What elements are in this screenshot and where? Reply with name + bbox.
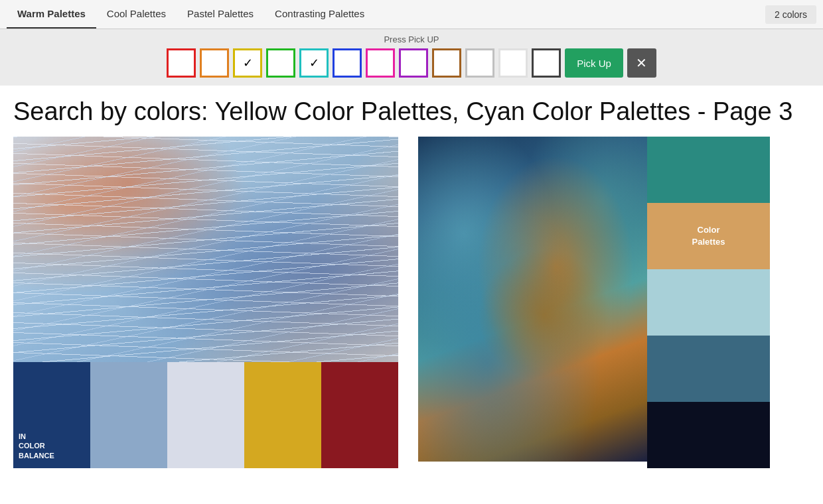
- swatch-yellow[interactable]: ✓: [233, 48, 262, 78]
- pick-up-button[interactable]: Pick Up: [565, 48, 623, 78]
- swatch-pink[interactable]: [366, 48, 395, 78]
- color-strip-dark-red: [321, 362, 398, 468]
- color-strip-light-cyan: [647, 269, 770, 336]
- swatch-dark-gray[interactable]: [532, 48, 561, 78]
- navigation-tabs: Warm Palettes Cool Palettes Pastel Palet…: [0, 0, 823, 29]
- swatch-brown[interactable]: [432, 48, 461, 78]
- color-picker-area: Press Pick UP ✓ ✓ Pick Up ✕: [0, 29, 823, 86]
- color-strip-teal: [647, 137, 770, 203]
- color-strip-orange-tan: ColorPalettes: [647, 203, 770, 269]
- swatch-cyan[interactable]: ✓: [299, 48, 329, 78]
- swatch-light-gray[interactable]: [465, 48, 494, 78]
- color-strip-light-blue: [90, 362, 167, 468]
- palette-image-winter-frost: [13, 137, 398, 362]
- tab-cool-palettes[interactable]: Cool Palettes: [96, 0, 177, 29]
- swatch-red[interactable]: [167, 48, 196, 78]
- palette-image-macro-mineral: [418, 137, 647, 462]
- close-button[interactable]: ✕: [627, 48, 656, 78]
- palette-card-macro-mineral[interactable]: ColorPalettes: [418, 137, 810, 468]
- main-content: INCOLORBALANCE ColorPalettes: [0, 137, 823, 481]
- tab-pastel-palettes[interactable]: Pastel Palettes: [177, 0, 264, 29]
- color-strip-yellow: [244, 362, 321, 468]
- color-strips-winter-frost: INCOLORBALANCE: [13, 362, 398, 468]
- press-pick-label: Press Pick UP: [384, 34, 439, 44]
- color-strip-steel-blue: [647, 336, 770, 402]
- color-strips-macro-mineral: ColorPalettes: [647, 137, 770, 468]
- tab-warm-palettes[interactable]: Warm Palettes: [7, 0, 96, 29]
- swatch-blue[interactable]: [333, 48, 362, 78]
- colors-count-badge: 2 colors: [765, 5, 816, 24]
- color-swatches-row: ✓ ✓ Pick Up ✕: [167, 48, 656, 78]
- strip-label-in-color-balance: INCOLORBALANCE: [19, 432, 54, 460]
- swatch-white[interactable]: [498, 48, 528, 78]
- swatch-purple[interactable]: [399, 48, 428, 78]
- swatch-green[interactable]: [266, 48, 295, 78]
- color-strip-pale-blue: [167, 362, 244, 468]
- frost-stems-decoration: [13, 137, 398, 362]
- swatch-orange[interactable]: [200, 48, 229, 78]
- search-heading: Search by colors: Yellow Color Palettes,…: [0, 86, 823, 137]
- color-strip-near-black: [647, 402, 770, 468]
- tab-contrasting-palettes[interactable]: Contrasting Palettes: [264, 0, 375, 29]
- strip-label-color-palettes: ColorPalettes: [692, 224, 725, 248]
- color-strip-dark-blue: INCOLORBALANCE: [13, 362, 90, 468]
- palette-card-winter-frost[interactable]: INCOLORBALANCE: [13, 137, 398, 468]
